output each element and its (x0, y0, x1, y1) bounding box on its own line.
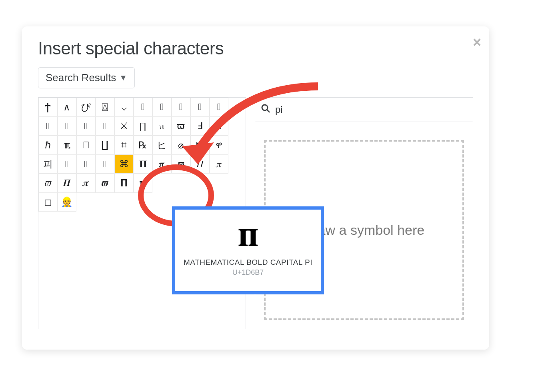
special-characters-dialog: × Insert special characters Search Resul… (22, 26, 489, 350)
character-cell[interactable]: 𒀹 (76, 155, 96, 174)
character-cell[interactable]: ヒ (152, 136, 172, 155)
character-cell-empty (96, 193, 115, 212)
character-cell[interactable]: ◻ (38, 193, 58, 212)
dialog-title: Insert special characters (38, 38, 473, 58)
character-cell[interactable]: ⌗ (114, 136, 134, 155)
character-cell[interactable]: 𝝕 (96, 174, 115, 193)
character-cell[interactable]: ∐ (96, 136, 115, 155)
character-cell[interactable]: ∏ (134, 117, 153, 136)
character-cell[interactable]: 𒀷 (76, 117, 96, 136)
character-cell[interactable]: 𒁀 (38, 117, 58, 136)
character-cell[interactable]: ⌘ (114, 155, 134, 174)
tooltip-glyph: 𝚷 (238, 224, 258, 252)
character-cell[interactable]: ⨅ (76, 136, 96, 155)
character-cell[interactable]: Ϯ (38, 98, 58, 117)
character-cell[interactable]: ⍍ (96, 98, 115, 117)
tooltip-name: MATHEMATICAL BOLD CAPITAL PI (184, 258, 312, 267)
character-cell[interactable]: ⌵ (114, 98, 134, 117)
character-cell[interactable]: 𒁁 (152, 98, 172, 117)
character-cell[interactable]: 𒁇 (96, 155, 115, 174)
annotation-arrow (174, 78, 326, 178)
tooltip-codepoint: U+1D6B7 (232, 268, 264, 277)
character-cell[interactable]: 𝝅 (76, 174, 96, 193)
character-cell[interactable]: 𝜛 (38, 174, 58, 193)
character-tooltip: 𝚷 MATHEMATICAL BOLD CAPITAL PI U+1D6B7 (172, 206, 324, 294)
character-cell[interactable]: ぴ (76, 98, 96, 117)
character-cell[interactable]: ℼ (58, 136, 77, 155)
character-cell[interactable]: 피 (38, 155, 58, 174)
character-cell[interactable]: 𒁄 (58, 117, 77, 136)
character-cell-empty (76, 193, 96, 212)
character-cell[interactable]: 𒁆 (58, 155, 77, 174)
character-cell[interactable]: π (152, 117, 172, 136)
character-cell[interactable]: 👷 (58, 193, 77, 212)
character-cell[interactable]: 𒁅 (96, 117, 115, 136)
character-cell[interactable]: 𝜫 (58, 174, 77, 193)
character-cell[interactable]: 𝝥 (114, 174, 134, 193)
chevron-down-icon: ▼ (119, 73, 127, 82)
character-cell[interactable]: ⚔ (114, 117, 134, 136)
character-cell-empty (114, 193, 134, 212)
svg-marker-2 (182, 142, 214, 164)
character-cell[interactable]: ℞ (134, 136, 153, 155)
category-dropdown[interactable]: Search Results ▼ (38, 67, 135, 88)
character-cell[interactable]: ℏ (38, 136, 58, 155)
character-cell[interactable]: 𝚷 (134, 155, 153, 174)
close-button[interactable]: × (473, 35, 481, 50)
character-cell[interactable]: ∧ (58, 98, 77, 117)
character-cell[interactable]: 𒀶 (134, 98, 153, 117)
dropdown-label: Search Results (46, 72, 116, 84)
